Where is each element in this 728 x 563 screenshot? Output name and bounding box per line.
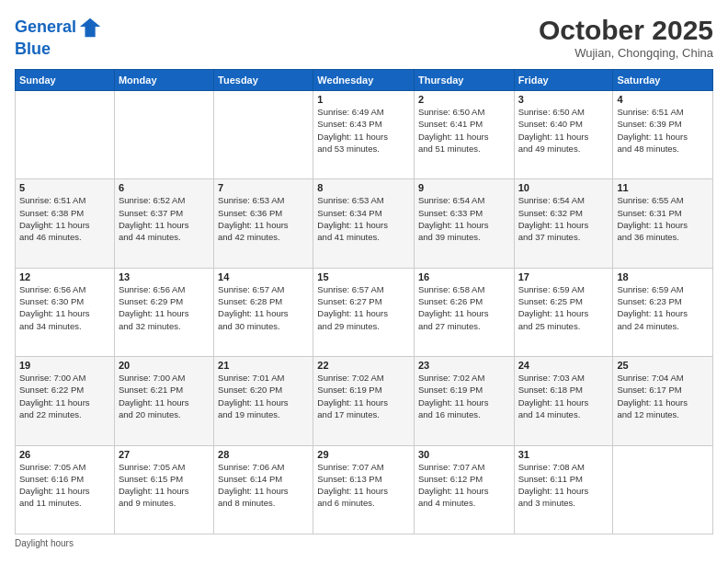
day-number: 28	[218, 449, 309, 460]
day-number: 19	[19, 360, 110, 371]
day-number: 9	[418, 182, 510, 193]
logo-icon	[78, 15, 104, 40]
day-number: 12	[19, 271, 110, 282]
day-cell: 13Sunrise: 6:56 AM Sunset: 6:29 PM Dayli…	[114, 268, 213, 356]
day-cell	[16, 91, 115, 179]
day-number: 6	[119, 182, 210, 193]
day-cell: 23Sunrise: 7:02 AM Sunset: 6:19 PM Dayli…	[414, 357, 514, 445]
day-info: Sunrise: 7:02 AM Sunset: 6:19 PM Dayligh…	[418, 372, 510, 420]
day-cell: 21Sunrise: 7:01 AM Sunset: 6:20 PM Dayli…	[214, 357, 313, 445]
day-cell: 6Sunrise: 6:52 AM Sunset: 6:37 PM Daylig…	[114, 179, 213, 268]
day-cell	[214, 91, 313, 179]
day-info: Sunrise: 6:56 AM Sunset: 6:30 PM Dayligh…	[19, 283, 110, 332]
day-cell: 20Sunrise: 7:00 AM Sunset: 6:21 PM Dayli…	[114, 357, 213, 445]
day-cell: 30Sunrise: 7:07 AM Sunset: 6:12 PM Dayli…	[414, 445, 514, 534]
week-row-2: 12Sunrise: 6:56 AM Sunset: 6:30 PM Dayli…	[16, 268, 713, 356]
col-header-sunday: Sunday	[16, 70, 115, 91]
day-info: Sunrise: 7:07 AM Sunset: 6:13 PM Dayligh…	[317, 461, 410, 510]
day-cell: 22Sunrise: 7:02 AM Sunset: 6:19 PM Dayli…	[313, 357, 415, 445]
day-info: Sunrise: 7:04 AM Sunset: 6:17 PM Dayligh…	[617, 372, 709, 420]
day-cell: 28Sunrise: 7:06 AM Sunset: 6:14 PM Dayli…	[214, 445, 313, 534]
day-info: Sunrise: 6:49 AM Sunset: 6:43 PM Dayligh…	[317, 106, 410, 155]
day-number: 27	[119, 449, 210, 460]
col-header-friday: Friday	[514, 70, 613, 91]
day-cell: 27Sunrise: 7:05 AM Sunset: 6:15 PM Dayli…	[114, 445, 213, 534]
day-info: Sunrise: 7:05 AM Sunset: 6:16 PM Dayligh…	[19, 461, 110, 510]
day-info: Sunrise: 6:58 AM Sunset: 6:26 PM Dayligh…	[418, 283, 510, 332]
logo-text: General	[15, 18, 76, 37]
day-number: 24	[518, 360, 609, 371]
day-info: Sunrise: 7:07 AM Sunset: 6:12 PM Dayligh…	[418, 461, 510, 510]
day-number: 18	[617, 271, 709, 282]
day-cell: 11Sunrise: 6:55 AM Sunset: 6:31 PM Dayli…	[613, 179, 713, 268]
day-number: 29	[317, 449, 410, 460]
logo-text2: Blue	[15, 40, 51, 58]
day-info: Sunrise: 7:08 AM Sunset: 6:11 PM Dayligh…	[518, 461, 609, 510]
day-cell: 26Sunrise: 7:05 AM Sunset: 6:16 PM Dayli…	[16, 445, 115, 534]
day-number: 13	[119, 271, 210, 282]
day-info: Sunrise: 7:06 AM Sunset: 6:14 PM Dayligh…	[218, 461, 309, 510]
col-header-monday: Monday	[114, 70, 213, 91]
day-info: Sunrise: 6:50 AM Sunset: 6:41 PM Dayligh…	[418, 106, 510, 155]
day-number: 20	[119, 360, 210, 371]
day-info: Sunrise: 6:51 AM Sunset: 6:39 PM Dayligh…	[617, 106, 709, 155]
day-info: Sunrise: 6:53 AM Sunset: 6:34 PM Dayligh…	[317, 194, 410, 243]
day-number: 30	[418, 449, 510, 460]
day-cell: 17Sunrise: 6:59 AM Sunset: 6:25 PM Dayli…	[514, 268, 613, 356]
day-info: Sunrise: 6:55 AM Sunset: 6:31 PM Dayligh…	[617, 194, 709, 243]
day-cell	[613, 445, 713, 534]
col-header-tuesday: Tuesday	[214, 70, 313, 91]
day-number: 8	[317, 182, 410, 193]
day-number: 7	[218, 182, 309, 193]
day-info: Sunrise: 7:01 AM Sunset: 6:20 PM Dayligh…	[218, 372, 309, 420]
title-block: October 2025 Wujian, Chongqing, China	[539, 15, 713, 60]
day-number: 31	[518, 449, 609, 460]
calendar-header-row: SundayMondayTuesdayWednesdayThursdayFrid…	[16, 70, 713, 91]
day-number: 25	[617, 360, 709, 371]
day-info: Sunrise: 6:51 AM Sunset: 6:38 PM Dayligh…	[19, 194, 110, 243]
day-number: 14	[218, 271, 309, 282]
day-info: Sunrise: 7:02 AM Sunset: 6:19 PM Dayligh…	[317, 372, 410, 420]
day-cell: 29Sunrise: 7:07 AM Sunset: 6:13 PM Dayli…	[313, 445, 415, 534]
col-header-thursday: Thursday	[414, 70, 514, 91]
calendar: SundayMondayTuesdayWednesdayThursdayFrid…	[15, 69, 713, 534]
day-cell: 7Sunrise: 6:53 AM Sunset: 6:36 PM Daylig…	[214, 179, 313, 268]
day-number: 1	[317, 94, 410, 105]
day-number: 11	[617, 182, 709, 193]
day-info: Sunrise: 6:54 AM Sunset: 6:33 PM Dayligh…	[418, 194, 510, 243]
day-info: Sunrise: 6:54 AM Sunset: 6:32 PM Dayligh…	[518, 194, 609, 243]
day-info: Sunrise: 6:53 AM Sunset: 6:36 PM Dayligh…	[218, 194, 309, 243]
day-info: Sunrise: 7:00 AM Sunset: 6:22 PM Dayligh…	[19, 372, 110, 420]
day-info: Sunrise: 6:57 AM Sunset: 6:27 PM Dayligh…	[317, 283, 410, 332]
day-info: Sunrise: 6:56 AM Sunset: 6:29 PM Dayligh…	[119, 283, 210, 332]
day-number: 21	[218, 360, 309, 371]
day-cell: 18Sunrise: 6:59 AM Sunset: 6:23 PM Dayli…	[613, 268, 713, 356]
col-header-wednesday: Wednesday	[313, 70, 415, 91]
month-title: October 2025	[539, 15, 713, 46]
day-number: 23	[418, 360, 510, 371]
day-number: 10	[518, 182, 609, 193]
col-header-saturday: Saturday	[613, 70, 713, 91]
day-number: 17	[518, 271, 609, 282]
day-info: Sunrise: 6:52 AM Sunset: 6:37 PM Dayligh…	[119, 194, 210, 243]
day-cell: 14Sunrise: 6:57 AM Sunset: 6:28 PM Dayli…	[214, 268, 313, 356]
logo: General Blue	[15, 15, 104, 59]
day-info: Sunrise: 7:03 AM Sunset: 6:18 PM Dayligh…	[518, 372, 609, 420]
footer-note: Daylight hours	[15, 538, 713, 548]
day-number: 3	[518, 94, 609, 105]
day-cell: 2Sunrise: 6:50 AM Sunset: 6:41 PM Daylig…	[414, 91, 514, 179]
day-info: Sunrise: 6:50 AM Sunset: 6:40 PM Dayligh…	[518, 106, 609, 155]
page: General Blue October 2025 Wujian, Chongq…	[0, 0, 728, 563]
week-row-3: 19Sunrise: 7:00 AM Sunset: 6:22 PM Dayli…	[16, 357, 713, 445]
day-number: 15	[317, 271, 410, 282]
day-cell: 8Sunrise: 6:53 AM Sunset: 6:34 PM Daylig…	[313, 179, 415, 268]
header: General Blue October 2025 Wujian, Chongq…	[15, 15, 713, 60]
day-cell	[114, 91, 213, 179]
day-number: 26	[19, 449, 110, 460]
day-cell: 15Sunrise: 6:57 AM Sunset: 6:27 PM Dayli…	[313, 268, 415, 356]
day-cell: 16Sunrise: 6:58 AM Sunset: 6:26 PM Dayli…	[414, 268, 514, 356]
day-info: Sunrise: 7:00 AM Sunset: 6:21 PM Dayligh…	[119, 372, 210, 420]
week-row-4: 26Sunrise: 7:05 AM Sunset: 6:16 PM Dayli…	[16, 445, 713, 534]
day-number: 5	[19, 182, 110, 193]
location: Wujian, Chongqing, China	[539, 46, 713, 60]
